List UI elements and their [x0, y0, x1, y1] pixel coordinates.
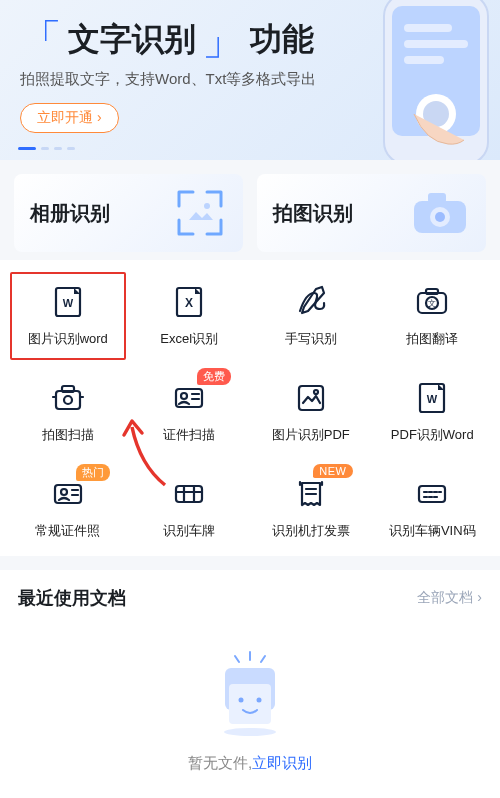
- feature-idscan[interactable]: 免费证件扫描: [132, 374, 248, 450]
- feature-receipt[interactable]: NEW识别机打发票: [253, 470, 369, 546]
- mode-cards: 相册识别 拍图识别: [0, 160, 500, 260]
- badge-free: 免费: [197, 368, 231, 385]
- feature-handwrite[interactable]: 手写识别: [253, 278, 369, 354]
- hero-banner: 「 文字识别 」 功能 拍照提取文字，支持Word、Txt等多格式导出 立即开通…: [0, 0, 500, 160]
- phone-illustration: [350, 0, 500, 160]
- feature-label: 识别车辆VIN码: [389, 522, 476, 540]
- scan-icon: [50, 380, 86, 416]
- badge-new: NEW: [313, 464, 352, 478]
- idscan-icon: [171, 380, 207, 416]
- excel-icon: X: [171, 284, 207, 320]
- svg-rect-34: [229, 684, 271, 724]
- camera-icon: [410, 189, 470, 237]
- pager-dots: [18, 147, 75, 150]
- svg-rect-22: [62, 386, 74, 392]
- svg-rect-2: [404, 24, 452, 32]
- svg-text:W: W: [427, 393, 438, 405]
- svg-point-7: [204, 203, 210, 209]
- album-icon: [173, 186, 227, 240]
- svg-rect-9: [428, 193, 446, 203]
- svg-rect-20: [56, 391, 80, 409]
- feature-label: 拍图扫描: [42, 426, 94, 444]
- empty-prefix: 暂无文件,: [188, 754, 252, 771]
- feature-pdf-word[interactable]: WPDF识别Word: [375, 374, 491, 450]
- svg-point-35: [239, 698, 244, 703]
- recent-header: 最近使用文档 全部文档 ›: [18, 586, 482, 610]
- mode-album[interactable]: 相册识别: [14, 174, 243, 252]
- img-word-icon: W: [50, 284, 86, 320]
- feature-grid: W图片识别wordXExcel识别手写识别文拍图翻译拍图扫描免费证件扫描图片识别…: [0, 260, 500, 556]
- feature-label: Excel识别: [160, 330, 218, 348]
- feature-plate[interactable]: 识别车牌: [132, 470, 248, 546]
- feature-translate[interactable]: 文拍图翻译: [375, 278, 491, 354]
- feature-label: 拍图翻译: [406, 330, 458, 348]
- mode-album-label: 相册识别: [30, 200, 110, 227]
- feature-label: 证件扫描: [163, 426, 215, 444]
- plate-icon: [171, 476, 207, 512]
- feature-label: 图片识别PDF: [272, 426, 350, 444]
- feature-label: 识别车牌: [163, 522, 215, 540]
- feature-label: 常规证件照: [35, 522, 100, 540]
- translate-icon: 文: [414, 284, 450, 320]
- svg-rect-25: [299, 386, 323, 410]
- cta-button[interactable]: 立即开通 ›: [20, 103, 119, 133]
- empty-text: 暂无文件,立即识别: [188, 754, 312, 773]
- mode-camera[interactable]: 拍图识别: [257, 174, 486, 252]
- badge-hot: 热门: [76, 464, 110, 481]
- svg-rect-31: [176, 486, 202, 502]
- svg-text:文: 文: [428, 299, 436, 308]
- hero-feature-suffix: 功能: [250, 18, 314, 62]
- svg-point-37: [224, 728, 276, 736]
- recent-all-link[interactable]: 全部文档 ›: [417, 589, 482, 607]
- svg-rect-3: [404, 40, 468, 48]
- feature-img-pdf[interactable]: 图片识别PDF: [253, 374, 369, 450]
- pdf-word-icon: W: [414, 380, 450, 416]
- bracket-left: 「: [20, 19, 62, 61]
- svg-text:W: W: [63, 297, 74, 309]
- hero-feature: 文字识别: [68, 18, 196, 62]
- feature-vin[interactable]: 识别车辆VIN码: [375, 470, 491, 546]
- svg-point-24: [181, 393, 187, 399]
- feature-label: 识别机打发票: [272, 522, 350, 540]
- feature-scan[interactable]: 拍图扫描: [10, 374, 126, 450]
- feature-label: 手写识别: [285, 330, 337, 348]
- feature-idphoto[interactable]: 热门常规证件照: [10, 470, 126, 546]
- idphoto-icon: [50, 476, 86, 512]
- svg-text:X: X: [185, 296, 193, 310]
- svg-point-30: [61, 489, 67, 495]
- recent-title: 最近使用文档: [18, 586, 126, 610]
- svg-point-26: [314, 390, 318, 394]
- empty-illustration: [205, 650, 295, 740]
- receipt-icon: [293, 476, 329, 512]
- feature-excel[interactable]: XExcel识别: [132, 278, 248, 354]
- svg-rect-4: [404, 56, 444, 64]
- vin-icon: [414, 476, 450, 512]
- empty-link[interactable]: 立即识别: [252, 754, 312, 771]
- svg-point-11: [435, 212, 445, 222]
- svg-point-36: [257, 698, 262, 703]
- svg-point-21: [64, 396, 72, 404]
- empty-state: 暂无文件,立即识别: [18, 650, 482, 773]
- mode-camera-label: 拍图识别: [273, 200, 353, 227]
- feature-label: 图片识别word: [28, 330, 108, 348]
- recent-section: 最近使用文档 全部文档 › 暂无文件,立即识别: [0, 570, 500, 798]
- bracket-right: 」: [202, 19, 244, 61]
- img-pdf-icon: [293, 380, 329, 416]
- svg-rect-17: [426, 289, 438, 294]
- handwrite-icon: [293, 284, 329, 320]
- feature-img-word[interactable]: W图片识别word: [10, 272, 126, 360]
- feature-label: PDF识别Word: [391, 426, 474, 444]
- svg-rect-32: [419, 486, 445, 502]
